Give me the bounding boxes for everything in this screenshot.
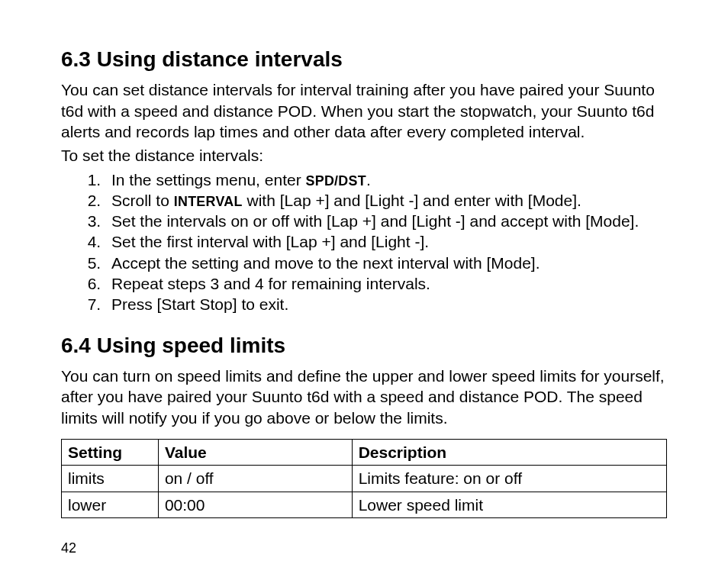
- paragraph: To set the distance intervals:: [61, 145, 667, 166]
- paragraph: You can turn on speed limits and define …: [61, 366, 667, 428]
- list-item: Repeat steps 3 and 4 for remaining inter…: [105, 273, 667, 294]
- cell-description: Lower speed limit: [352, 492, 666, 517]
- table-row: lower 00:00 Lower speed limit: [62, 492, 667, 517]
- cell-value: 00:00: [158, 492, 352, 517]
- th-value: Value: [158, 439, 352, 465]
- table-header-row: Setting Value Description: [62, 439, 667, 465]
- list-item: Set the intervals on or off with [Lap +]…: [105, 211, 667, 231]
- list-item: Scroll to INTERVAL with [Lap +] and [Lig…: [105, 190, 667, 211]
- heading-6-3: 6.3 Using distance intervals: [61, 46, 667, 73]
- step-text: In the settings menu, enter: [111, 171, 305, 189]
- step-text: Scroll to: [111, 192, 174, 209]
- list-item: Press [Start Stop] to exit.: [105, 294, 667, 314]
- cell-setting: limits: [62, 466, 159, 492]
- step-text: .: [366, 171, 371, 189]
- list-item: Accept the setting and move to the next …: [105, 253, 667, 273]
- key-label: INTERVAL: [174, 194, 243, 209]
- table-row: limits on / off Limits feature: on or of…: [62, 466, 667, 492]
- page-number: 42: [61, 540, 667, 557]
- key-label: SPD/DST: [305, 173, 366, 189]
- speed-limits-table: Setting Value Description limits on / of…: [61, 439, 667, 518]
- th-description: Description: [352, 439, 666, 465]
- heading-6-4: 6.4 Using speed limits: [61, 332, 667, 359]
- cell-setting: lower: [62, 492, 159, 517]
- steps-list: In the settings menu, enter SPD/DST. Scr…: [61, 169, 667, 315]
- cell-description: Limits feature: on or off: [352, 466, 666, 492]
- cell-value: on / off: [158, 466, 352, 492]
- list-item: Set the first interval with [Lap +] and …: [105, 231, 667, 252]
- paragraph: You can set distance intervals for inter…: [61, 79, 667, 142]
- section-6-4: 6.4 Using speed limits You can turn on s…: [61, 332, 667, 518]
- list-item: In the settings menu, enter SPD/DST.: [105, 169, 667, 190]
- th-setting: Setting: [62, 439, 159, 465]
- step-text: with [Lap +] and [Light -] and enter wit…: [243, 192, 581, 209]
- section-6-3: 6.3 Using distance intervals You can set…: [61, 46, 667, 315]
